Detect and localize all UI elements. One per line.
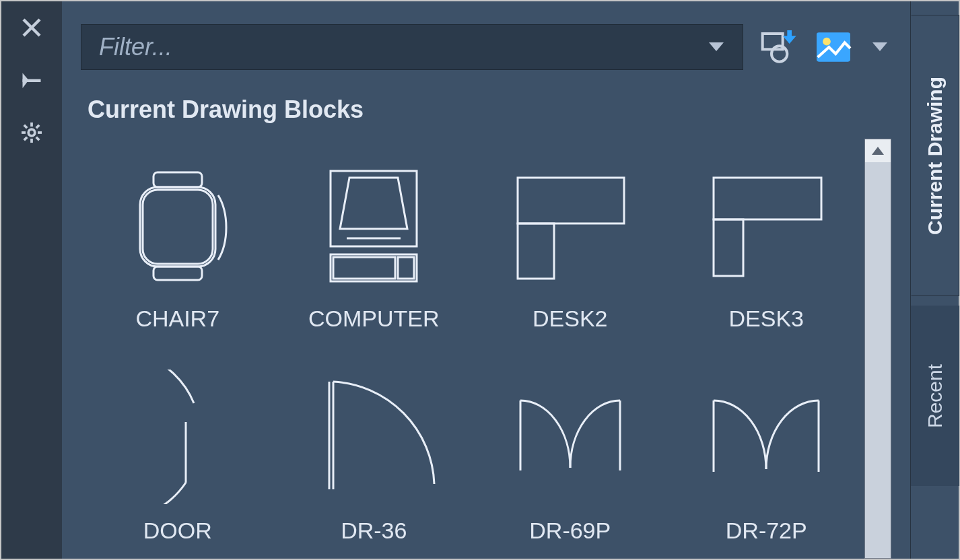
- svg-point-17: [823, 38, 831, 46]
- insert-block-icon[interactable]: [758, 27, 798, 67]
- block-item[interactable]: DR-69P: [480, 363, 660, 559]
- svg-rect-29: [518, 178, 624, 223]
- palette-main: Current Drawing Blocks: [62, 1, 910, 559]
- dock-icon[interactable]: [15, 63, 48, 97]
- scroll-up-icon[interactable]: [865, 139, 891, 162]
- svg-marker-18: [872, 42, 887, 51]
- block-label: DOOR: [143, 518, 212, 544]
- svg-rect-26: [331, 254, 417, 281]
- side-tabs: Current Drawing Recent: [910, 1, 959, 559]
- block-item[interactable]: DESK2: [480, 151, 660, 347]
- filter-dropdown-icon[interactable]: [701, 24, 731, 70]
- block-item[interactable]: DR-36: [284, 363, 465, 559]
- block-label: DESK2: [533, 306, 608, 332]
- svg-rect-30: [518, 223, 554, 279]
- svg-marker-13: [709, 42, 724, 51]
- svg-rect-31: [714, 178, 821, 219]
- block-item[interactable]: DESK3: [677, 151, 857, 347]
- svg-line-12: [24, 137, 28, 141]
- scroll-track[interactable]: [865, 162, 891, 558]
- svg-rect-19: [140, 187, 215, 267]
- block-label: CHAIR7: [135, 306, 219, 332]
- tab-current-drawing[interactable]: Current Drawing: [911, 15, 959, 296]
- block-label: COMPUTER: [308, 306, 440, 332]
- block-thumbnail-desk3: [692, 151, 840, 299]
- svg-rect-28: [398, 257, 414, 279]
- svg-rect-22: [153, 267, 202, 280]
- block-item[interactable]: CHAIR7: [88, 151, 268, 347]
- svg-point-4: [28, 129, 35, 136]
- block-thumbnail-dr69p: [496, 363, 644, 511]
- grid-wrap: CHAIR7: [88, 139, 891, 559]
- view-options-dropdown-icon[interactable]: [868, 27, 891, 67]
- section-title: Current Drawing Blocks: [88, 96, 891, 124]
- block-thumbnail-dr36: [300, 363, 448, 511]
- block-thumbnail-chair: [104, 151, 252, 299]
- svg-line-10: [36, 137, 40, 141]
- block-label: DR-69P: [529, 518, 611, 544]
- blocks-grid: CHAIR7: [88, 139, 864, 559]
- block-thumbnail-dr72p: [692, 363, 840, 511]
- block-thumbnail-desk2: [496, 151, 644, 299]
- block-label: DR-36: [341, 518, 407, 544]
- svg-line-9: [24, 125, 28, 129]
- close-icon[interactable]: [15, 11, 48, 44]
- palette-controls: [1, 1, 62, 559]
- svg-marker-24: [340, 178, 407, 229]
- block-thumbnail-computer: [300, 151, 448, 299]
- svg-marker-40: [872, 147, 884, 155]
- blocks-palette: Current Drawing Blocks: [0, 0, 960, 560]
- block-item[interactable]: DOOR: [88, 363, 268, 559]
- settings-icon[interactable]: [15, 116, 48, 149]
- scrollbar[interactable]: [864, 139, 891, 559]
- block-item[interactable]: DR-72P: [677, 363, 857, 559]
- svg-rect-32: [714, 219, 743, 276]
- svg-rect-21: [153, 172, 202, 187]
- svg-rect-27: [333, 257, 395, 279]
- thumbnail-view-icon[interactable]: [813, 27, 854, 67]
- toolbar: [81, 24, 891, 70]
- filter-input[interactable]: [81, 24, 743, 70]
- svg-marker-3: [23, 73, 29, 89]
- svg-line-11: [36, 125, 40, 129]
- svg-rect-20: [143, 190, 213, 264]
- block-item[interactable]: COMPUTER: [284, 151, 465, 347]
- filter-wrap: [81, 24, 743, 70]
- block-label: DESK3: [729, 306, 804, 332]
- tab-recent[interactable]: Recent: [911, 306, 959, 486]
- block-label: DR-72P: [726, 518, 807, 544]
- svg-rect-16: [817, 32, 850, 61]
- block-thumbnail-door: [104, 363, 252, 511]
